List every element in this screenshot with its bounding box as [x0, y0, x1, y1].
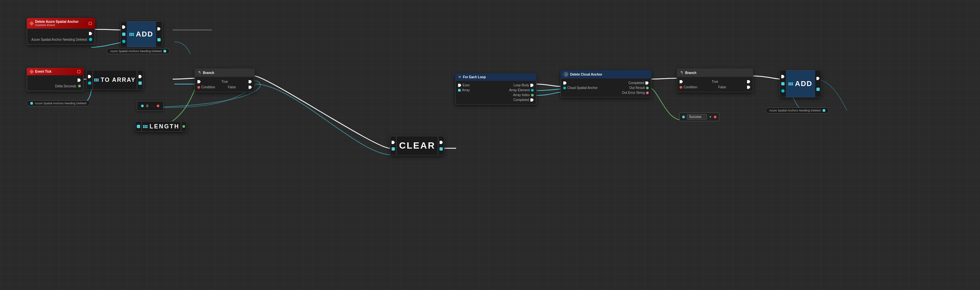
branch-right-title: Branch: [685, 71, 696, 75]
completed-label-foreach: Completed: [514, 98, 529, 102]
success-out-pin[interactable]: [714, 116, 716, 118]
exec-out-tick[interactable]: [78, 78, 81, 82]
anchor-pin[interactable]: [89, 38, 92, 41]
delete-cloud-anchor-node: ① Delete Cloud Anchor Completed Cloud Sp…: [560, 70, 652, 97]
completed-pin-delete[interactable]: [645, 81, 649, 85]
exec-label-foreach: Exec: [463, 83, 470, 87]
array-pin-right[interactable]: [822, 109, 825, 112]
exec-in-foreach[interactable]: [458, 84, 461, 87]
loop-body-label: Loop Body: [514, 83, 529, 87]
completed-pin-foreach[interactable]: [530, 99, 534, 102]
exec-out-pin[interactable]: [89, 32, 92, 35]
node-title: Delete Azure Spatial Anchor: [35, 20, 78, 24]
array-in-foreach[interactable]: [458, 89, 461, 92]
index-node: 0 →: [137, 101, 164, 111]
success-node: Success ▼: [679, 112, 719, 121]
exec-out-to-array[interactable]: [138, 75, 142, 78]
branch-left-node: ↰ Branch True Condition False: [194, 69, 255, 92]
event-tick-title: Event Tick: [35, 70, 51, 73]
exec-in-add-bottom[interactable]: [781, 75, 784, 78]
array-out-add-bottom[interactable]: [816, 88, 820, 91]
add-label-top: ADD: [136, 30, 153, 38]
exec-loop-body[interactable]: [530, 84, 534, 87]
array-pin-label-top[interactable]: [164, 50, 166, 53]
event-indicator: [89, 22, 92, 25]
array-index-label: Array Index: [513, 93, 530, 97]
value-in-to-array[interactable]: [88, 81, 91, 85]
index-out-pin[interactable]: [157, 105, 159, 107]
exec-true-left[interactable]: [248, 80, 252, 83]
array-out-pin[interactable]: [158, 38, 161, 41]
array-label-foreach: Array: [462, 88, 470, 92]
array-index-pin[interactable]: [531, 94, 534, 96]
array-element-pin[interactable]: [531, 89, 534, 92]
out-result-pin[interactable]: [646, 87, 649, 89]
out-error-label: Out Error String: [622, 91, 645, 94]
dropdown-arrow: ▼: [709, 115, 712, 119]
branch-left-title: Branch: [203, 71, 214, 75]
out-result-label: Out Result: [630, 86, 645, 89]
value-in-add-bottom[interactable]: [781, 89, 784, 92]
for-each-loop-node: ⟳ For Each Loop Exec Loop Body Array Arr…: [455, 73, 536, 105]
exec-in-clear[interactable]: [391, 141, 395, 144]
out-error-pin[interactable]: [646, 92, 649, 94]
success-in-pin[interactable]: [682, 116, 685, 118]
exec-true-right[interactable]: [747, 80, 750, 83]
exec-in-delete-cloud[interactable]: [563, 81, 566, 85]
array-in-add-bottom[interactable]: [781, 82, 784, 85]
false-label-right: False: [718, 85, 726, 89]
length-label: LENGTH: [150, 123, 180, 130]
to-array-node: TO ARRAY: [86, 70, 143, 89]
array-in-length[interactable]: [137, 125, 140, 128]
event-tick-node: Event Tick Delta Seconds: [27, 68, 84, 91]
index-in-pin[interactable]: [141, 105, 144, 107]
anchors-label-top: Azure Spatial Anchors Needing Deleted: [107, 48, 170, 54]
add-label-bottom: ADD: [795, 80, 813, 88]
exec-out-pin[interactable]: [158, 27, 161, 30]
condition-label-right: Condition: [684, 85, 697, 89]
condition-pin-left[interactable]: [197, 86, 200, 89]
exec-in-branch-left[interactable]: [197, 80, 201, 83]
false-label-left: False: [228, 85, 235, 89]
exec-out-add-bottom[interactable]: [816, 77, 820, 80]
anchors-text-right: Azure Spatial Anchors Needing Deleted: [769, 109, 821, 112]
event-indicator-tick: [77, 70, 81, 73]
completed-label-delete: Completed: [628, 81, 644, 85]
array-in-pin[interactable]: [122, 33, 126, 36]
true-label-left: True: [221, 80, 228, 83]
exec-in-pin[interactable]: [122, 25, 126, 29]
length-out-pin[interactable]: [183, 125, 185, 128]
exec-out-clear[interactable]: [439, 141, 443, 144]
clock-icon: ①: [564, 72, 568, 76]
delta-pin[interactable]: [78, 85, 81, 87]
anchors-text-bottom-left: Azure Spatial Anchors Needing Deleted: [35, 102, 86, 105]
delete-azure-anchor-node: Delete Azure Spatial Anchor Custom Event…: [27, 18, 95, 45]
success-dropdown[interactable]: Success: [687, 114, 707, 120]
cloud-anchor-label: Cloud Spatial Anchor: [567, 86, 598, 89]
for-each-title: For Each Loop: [463, 75, 486, 79]
branch-icon: ↰: [198, 70, 201, 75]
branch-icon-right: ↰: [680, 70, 683, 75]
array-out-to-array[interactable]: [138, 81, 142, 85]
condition-pin-right[interactable]: [679, 86, 682, 89]
true-label-right: True: [711, 80, 718, 83]
array-pin-bottom-left[interactable]: [30, 102, 33, 105]
clear-label: CLEAR: [399, 140, 435, 151]
anchors-text-top: Azure Spatial Anchors Needing Deleted: [110, 49, 162, 53]
delete-cloud-title: Delete Cloud Anchor: [570, 73, 602, 76]
exec-false-right[interactable]: [747, 86, 750, 89]
anchor-pin-label: Azure Spatial Anchor Needing Deleted: [31, 38, 87, 41]
to-array-label: TO ARRAY: [101, 76, 135, 83]
array-element-label: Array Element: [509, 88, 530, 92]
array-out-clear[interactable]: [439, 147, 443, 151]
exec-in-to-array[interactable]: [88, 75, 91, 78]
exec-in-branch-right[interactable]: [679, 80, 683, 83]
cloud-anchor-in-pin[interactable]: [563, 87, 566, 89]
delta-label: Delta Seconds: [55, 84, 76, 88]
value-in-pin[interactable]: [122, 40, 126, 43]
array-in-clear[interactable]: [391, 147, 395, 151]
exec-false-left[interactable]: [248, 86, 252, 89]
loop-icon: ⟳: [458, 75, 461, 79]
clear-node: CLEAR: [390, 136, 444, 155]
condition-label-left: Condition: [201, 85, 215, 89]
